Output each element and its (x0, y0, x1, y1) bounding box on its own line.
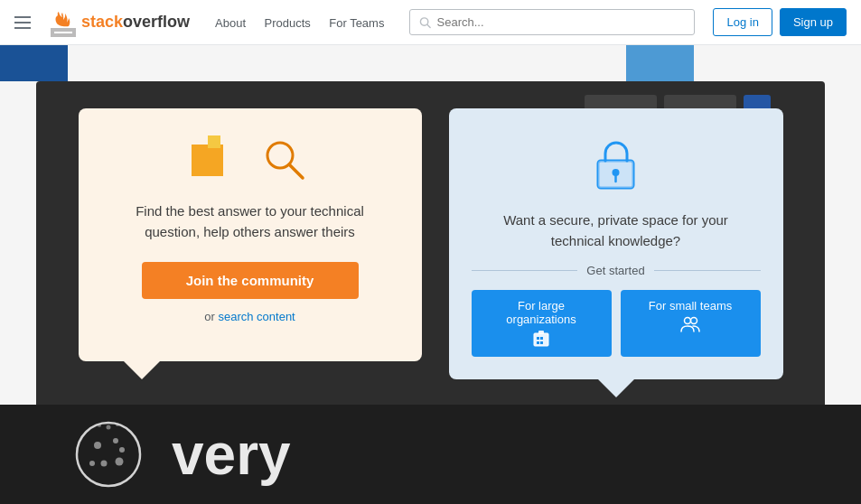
svg-point-25 (116, 423, 119, 426)
header-actions: Log in Sign up (713, 8, 847, 36)
join-community-button[interactable]: Join the community (142, 262, 359, 299)
divider-right (654, 270, 761, 271)
svg-point-20 (101, 461, 108, 467)
svg-point-16 (691, 318, 697, 324)
people-icon (680, 316, 700, 332)
or-search-text: or search content (204, 310, 295, 323)
divider-left (472, 270, 578, 271)
card-left-icons (192, 135, 309, 185)
logo-text: stackoverflow (81, 13, 190, 32)
community-card: Find the best answer to your technical q… (79, 108, 422, 361)
large-org-label: For large organizations (486, 299, 597, 326)
svg-point-21 (116, 458, 124, 466)
svg-point-23 (119, 447, 125, 453)
yellow-square-small (208, 135, 220, 148)
search-content-link[interactable]: search content (218, 310, 295, 323)
hamburger-menu[interactable] (14, 16, 31, 29)
svg-point-18 (94, 442, 101, 449)
logo[interactable]: stackoverflow (49, 5, 190, 39)
signup-button[interactable]: Sign up (780, 8, 847, 36)
svg-rect-11 (540, 337, 543, 340)
get-started-label: Get started (586, 264, 644, 277)
search-icon (419, 16, 431, 29)
svg-rect-10 (537, 337, 539, 340)
magnifier-icon (259, 135, 309, 185)
svg-point-24 (107, 425, 111, 430)
nav-about[interactable]: About (208, 13, 253, 33)
lock-icon (591, 135, 641, 198)
svg-point-15 (685, 318, 691, 324)
svg-rect-14 (538, 331, 544, 334)
small-teams-button[interactable]: For small teams (621, 290, 761, 357)
svg-rect-13 (540, 341, 543, 344)
svg-line-1 (427, 24, 430, 27)
teams-card: Want a secure, private space for your te… (449, 108, 783, 379)
search-bar (409, 9, 695, 35)
nav-products[interactable]: Products (257, 13, 318, 33)
bottom-big-text: very (172, 421, 291, 488)
building-icon (532, 330, 550, 348)
main-header: stackoverflow About Products For Teams L… (0, 0, 861, 45)
yellow-square-large (192, 145, 223, 176)
svg-point-26 (98, 424, 101, 427)
svg-rect-12 (537, 341, 539, 344)
svg-point-19 (113, 438, 118, 443)
svg-point-17 (77, 423, 140, 486)
nav-for-teams[interactable]: For Teams (322, 13, 391, 33)
large-org-button[interactable]: For large organizations (472, 290, 612, 357)
cookie-icon (72, 418, 145, 490)
main-nav: About Products For Teams (208, 14, 391, 31)
community-card-text: Find the best answer to your technical q… (133, 201, 368, 242)
search-input[interactable] (437, 15, 686, 29)
bottom-area: very (0, 405, 861, 504)
logo-icon (49, 5, 78, 39)
svg-point-22 (89, 461, 95, 466)
svg-line-3 (289, 164, 303, 178)
teams-card-text: Want a secure, private space for your te… (499, 210, 734, 251)
blue-accent-right (626, 45, 694, 81)
login-button[interactable]: Log in (713, 8, 772, 36)
blue-accent-left (0, 45, 68, 81)
small-teams-label: For small teams (649, 299, 732, 313)
get-started-divider: Get started (472, 264, 761, 277)
teams-buttons: For large organizations For small teams (472, 290, 761, 357)
